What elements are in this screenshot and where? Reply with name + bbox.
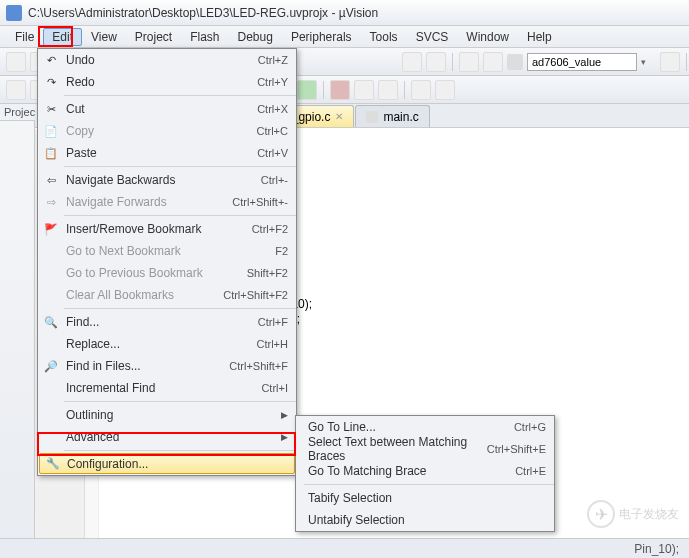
menu-item-find-in-files-[interactable]: 🔎Find in Files...Ctrl+Shift+F: [38, 355, 296, 377]
menu-label: Navigate Forwards: [66, 195, 167, 209]
app-icon: [6, 5, 22, 21]
submenu-label: Tabify Selection: [308, 491, 392, 505]
menu-label: Undo: [66, 53, 95, 67]
close-icon[interactable]: ✕: [335, 111, 343, 122]
menu-shortcut: Ctrl+Shift+-: [232, 196, 288, 208]
search-input[interactable]: [527, 53, 637, 71]
menu-tools[interactable]: Tools: [361, 28, 407, 46]
menu-shortcut: Ctrl+F2: [252, 223, 288, 235]
menu-debug[interactable]: Debug: [229, 28, 282, 46]
toolbar-search: ▾: [507, 53, 646, 71]
menu-icon: 🔎: [43, 358, 59, 374]
menu-flash[interactable]: Flash: [181, 28, 228, 46]
dropdown-icon[interactable]: ▾: [641, 57, 646, 67]
search-icon[interactable]: [507, 54, 523, 70]
edit-menu-dropdown: ↶UndoCtrl+Z↷RedoCtrl+Y✂CutCtrl+X📄CopyCtr…: [37, 48, 297, 476]
menu-file[interactable]: File: [6, 28, 43, 46]
menu-label: Outlining: [66, 408, 113, 422]
submenu-arrow-icon: ▶: [281, 410, 288, 420]
menu-item-redo[interactable]: ↷RedoCtrl+Y: [38, 71, 296, 93]
tab-main-c[interactable]: main.c: [355, 105, 429, 127]
menu-shortcut: Ctrl+Z: [258, 54, 288, 66]
outdent-icon[interactable]: [483, 52, 503, 72]
target-icon[interactable]: [435, 80, 455, 100]
menu-item-incremental-find[interactable]: Incremental FindCtrl+I: [38, 377, 296, 399]
new-file-icon[interactable]: [6, 52, 26, 72]
submenu-item-go-to-matching-brace[interactable]: Go To Matching BraceCtrl+E: [296, 460, 554, 482]
menu-shortcut: Ctrl+Shift+F: [229, 360, 288, 372]
menu-icon: 📄: [43, 123, 59, 139]
menu-label: Find in Files...: [66, 359, 141, 373]
menu-icon: [43, 287, 59, 303]
submenu-label: Select Text between Matching Braces: [308, 435, 487, 463]
menu-icon: ↶: [43, 52, 59, 68]
menu-item-replace-[interactable]: Replace...Ctrl+H: [38, 333, 296, 355]
menu-label: Go to Previous Bookmark: [66, 266, 203, 280]
submenu-shortcut: Ctrl+Shift+E: [487, 443, 546, 455]
menu-label: Cut: [66, 102, 85, 116]
menu-window[interactable]: Window: [457, 28, 518, 46]
menu-item-navigate-forwards: ⇨Navigate ForwardsCtrl+Shift+-: [38, 191, 296, 213]
menu-svcs[interactable]: SVCS: [407, 28, 458, 46]
menu-peripherals[interactable]: Peripherals: [282, 28, 361, 46]
translate-icon[interactable]: [6, 80, 26, 100]
submenu-arrow-icon: ▶: [281, 432, 288, 442]
menubar: File Edit View Project Flash Debug Perip…: [0, 26, 689, 48]
menu-shortcut: Ctrl+V: [257, 147, 288, 159]
menu-icon: [43, 407, 59, 423]
bookmark-next-icon[interactable]: [426, 52, 446, 72]
menu-label: Paste: [66, 146, 97, 160]
menu-item-find-[interactable]: 🔍Find...Ctrl+F: [38, 311, 296, 333]
menu-icon: ↷: [43, 74, 59, 90]
submenu-label: Go To Matching Brace: [308, 464, 427, 478]
submenu-item-tabify-selection[interactable]: Tabify Selection: [296, 487, 554, 509]
menu-item-copy: 📄CopyCtrl+C: [38, 120, 296, 142]
stop-icon[interactable]: [330, 80, 350, 100]
statusbar: Pin_10);: [0, 538, 689, 558]
menu-item-cut[interactable]: ✂CutCtrl+X: [38, 98, 296, 120]
tab-label: main.c: [383, 110, 418, 124]
find-icon[interactable]: [660, 52, 680, 72]
menu-label: Configuration...: [67, 457, 148, 471]
menu-edit[interactable]: Edit: [43, 28, 82, 46]
indent-icon[interactable]: [459, 52, 479, 72]
menu-shortcut: Ctrl+C: [257, 125, 288, 137]
menu-label: Find...: [66, 315, 99, 329]
debug-icon[interactable]: [297, 80, 317, 100]
menu-label: Incremental Find: [66, 381, 155, 395]
menu-item-outlining[interactable]: Outlining▶: [38, 404, 296, 426]
menu-item-go-to-next-bookmark: Go to Next BookmarkF2: [38, 240, 296, 262]
sidebar: [0, 104, 35, 558]
submenu-item-untabify-selection[interactable]: Untabify Selection: [296, 509, 554, 531]
submenu-label: Untabify Selection: [308, 513, 405, 527]
menu-item-advanced[interactable]: Advanced▶: [38, 426, 296, 448]
manage-icon[interactable]: [378, 80, 398, 100]
menu-item-insert-remove-bookmark[interactable]: 🚩Insert/Remove BookmarkCtrl+F2: [38, 218, 296, 240]
menu-icon: 📋: [43, 145, 59, 161]
menu-shortcut: Ctrl+H: [257, 338, 288, 350]
menu-item-navigate-backwards[interactable]: ⇦Navigate BackwardsCtrl+-: [38, 169, 296, 191]
menu-icon: 🔧: [45, 456, 61, 472]
menu-item-clear-all-bookmarks: Clear All BookmarksCtrl+Shift+F2: [38, 284, 296, 306]
menu-label: Redo: [66, 75, 95, 89]
menu-shortcut: Shift+F2: [247, 267, 288, 279]
advanced-submenu: Go To Line...Ctrl+GSelect Text between M…: [295, 415, 555, 532]
menu-item-go-to-previous-bookmark: Go to Previous BookmarkShift+F2: [38, 262, 296, 284]
menu-item-undo[interactable]: ↶UndoCtrl+Z: [38, 49, 296, 71]
menu-view[interactable]: View: [82, 28, 126, 46]
project-panel-title: Project: [0, 104, 35, 121]
menu-item-paste[interactable]: 📋PasteCtrl+V: [38, 142, 296, 164]
menu-icon: ⇨: [43, 194, 59, 210]
menu-label: Clear All Bookmarks: [66, 288, 174, 302]
configure-icon[interactable]: [411, 80, 431, 100]
menu-help[interactable]: Help: [518, 28, 561, 46]
window-title: C:\Users\Administrator\Desktop\LED3\LED-…: [28, 6, 378, 20]
menu-icon: [43, 265, 59, 281]
options-icon[interactable]: [354, 80, 374, 100]
menu-icon: [43, 380, 59, 396]
menu-item-configuration-[interactable]: 🔧Configuration...: [39, 453, 295, 474]
menu-project[interactable]: Project: [126, 28, 181, 46]
submenu-item-select-text-between-matching-braces[interactable]: Select Text between Matching BracesCtrl+…: [296, 438, 554, 460]
menu-shortcut: Ctrl+Y: [257, 76, 288, 88]
bookmark-icon[interactable]: [402, 52, 422, 72]
